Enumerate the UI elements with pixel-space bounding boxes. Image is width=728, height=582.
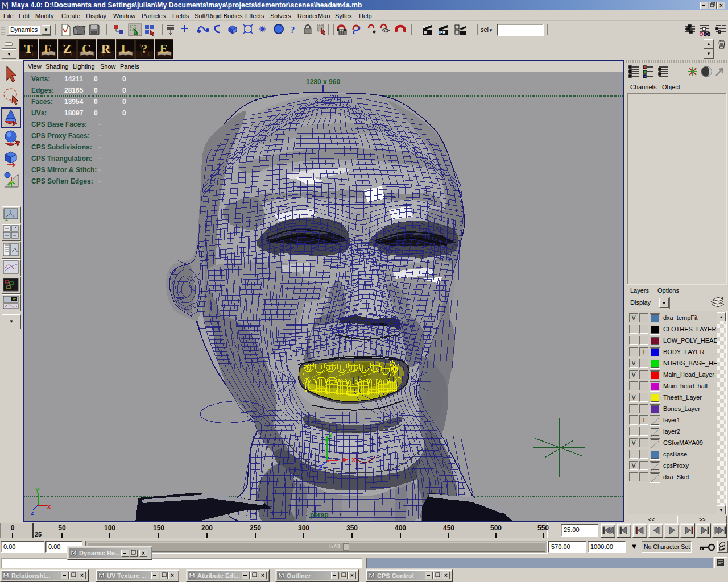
svg-text:1280 x 960: 1280 x 960 bbox=[306, 78, 340, 86]
svg-text:L: L bbox=[121, 41, 130, 56]
svg-text:E: E bbox=[160, 41, 168, 56]
svg-text:y: y bbox=[329, 431, 333, 438]
svg-text:Z: Z bbox=[63, 41, 72, 56]
svg-text:Y: Y bbox=[35, 487, 40, 494]
svg-text:X: X bbox=[351, 456, 356, 463]
svg-text:R: R bbox=[101, 41, 111, 56]
svg-text:persp: persp bbox=[310, 511, 329, 519]
svg-text:?: ? bbox=[290, 24, 295, 35]
svg-text:x: x bbox=[47, 503, 51, 510]
svg-text:C: C bbox=[82, 41, 91, 56]
svg-text:?: ? bbox=[142, 41, 148, 56]
svg-text:Z: Z bbox=[318, 464, 322, 471]
svg-text:F: F bbox=[44, 41, 51, 56]
svg-text:IPR: IPR bbox=[439, 31, 446, 35]
svg-text:z: z bbox=[31, 509, 34, 516]
svg-text:T: T bbox=[24, 41, 33, 56]
